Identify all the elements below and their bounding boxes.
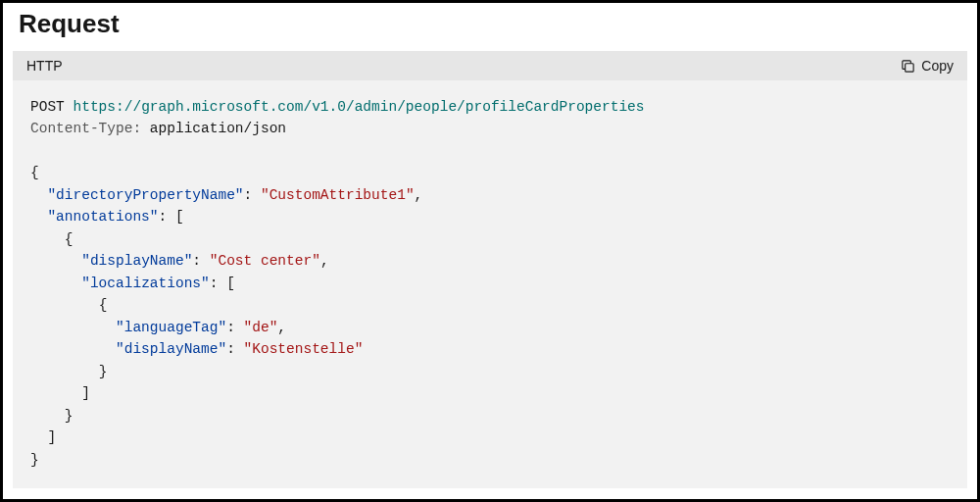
json-string: "CustomAttribute1"	[261, 187, 415, 203]
json-key: "displayName"	[116, 341, 226, 357]
svg-rect-0	[906, 63, 913, 71]
language-label: HTTP	[26, 58, 63, 74]
copy-label: Copy	[921, 58, 954, 74]
http-method: POST	[30, 99, 65, 115]
header-value: application/json	[150, 121, 286, 136]
copy-button[interactable]: Copy	[901, 58, 954, 74]
code-block: HTTP Copy POST https://graph.microsoft.c…	[13, 51, 967, 488]
http-url: https://graph.microsoft.com/v1.0/admin/p…	[74, 99, 645, 115]
section-heading: Request	[9, 7, 971, 51]
header-name: Content-Type:	[30, 121, 141, 136]
json-key: "localizations"	[81, 276, 210, 291]
json-key: "languageTag"	[116, 320, 226, 335]
json-key: "annotations"	[47, 209, 158, 225]
json-string: "Cost center"	[210, 253, 320, 269]
json-string: "de"	[244, 320, 278, 335]
code-toolbar: HTTP Copy	[13, 51, 967, 80]
json-string: "Kostenstelle"	[244, 341, 364, 357]
json-key: "displayName"	[81, 253, 192, 269]
copy-icon	[901, 59, 915, 74]
code-content: POST https://graph.microsoft.com/v1.0/ad…	[13, 80, 967, 488]
json-key: "directoryPropertyName"	[47, 187, 243, 203]
